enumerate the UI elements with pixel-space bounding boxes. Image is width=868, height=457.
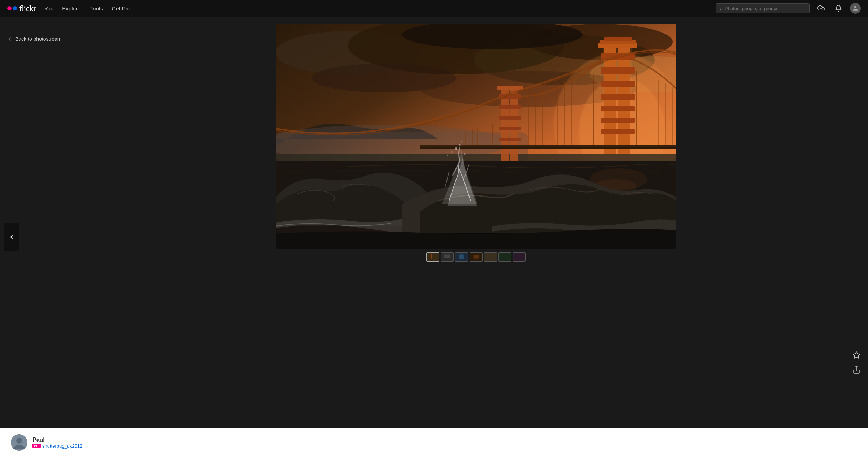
author-username-row: Pro shutterbug_uk2012 bbox=[32, 443, 82, 449]
svg-rect-68 bbox=[427, 253, 439, 261]
left-arrow-icon bbox=[8, 233, 15, 241]
svg-rect-33 bbox=[601, 129, 635, 134]
svg-rect-21 bbox=[499, 127, 521, 130]
back-to-photostream-link[interactable]: Back to photostream bbox=[7, 33, 61, 45]
favorite-button[interactable] bbox=[852, 351, 861, 359]
svg-point-64 bbox=[464, 153, 466, 155]
author-avatar[interactable] bbox=[11, 434, 27, 451]
svg-rect-69 bbox=[431, 254, 432, 259]
share-icon bbox=[852, 365, 861, 374]
star-icon bbox=[852, 351, 861, 359]
svg-point-66 bbox=[461, 141, 462, 142]
svg-point-65 bbox=[447, 155, 448, 156]
upload-button[interactable] bbox=[815, 3, 827, 14]
svg-point-1 bbox=[854, 6, 856, 8]
svg-rect-16 bbox=[501, 89, 509, 161]
dot-blue-icon bbox=[13, 6, 17, 10]
thumbnail-7[interactable] bbox=[513, 252, 526, 262]
thumbnail-1[interactable] bbox=[426, 252, 439, 262]
svg-point-61 bbox=[455, 147, 457, 150]
thumbnail-4[interactable] bbox=[470, 252, 483, 262]
svg-point-62 bbox=[459, 144, 461, 146]
svg-point-73 bbox=[459, 254, 464, 260]
svg-rect-78 bbox=[513, 253, 525, 261]
svg-rect-23 bbox=[497, 86, 523, 90]
svg-marker-79 bbox=[853, 352, 860, 358]
svg-rect-31 bbox=[601, 106, 635, 111]
nav-prints[interactable]: Prints bbox=[89, 5, 103, 12]
dot-pink-icon bbox=[7, 6, 12, 10]
svg-rect-19 bbox=[499, 105, 521, 109]
svg-rect-32 bbox=[601, 118, 635, 123]
flickr-dots-icon bbox=[7, 6, 17, 10]
svg-rect-22 bbox=[499, 138, 521, 141]
logo[interactable]: flickr bbox=[7, 4, 36, 13]
svg-rect-75 bbox=[473, 255, 479, 258]
thumbnail-2[interactable] bbox=[441, 252, 454, 262]
author-bar: Paul Pro shutterbug_uk2012 bbox=[0, 428, 868, 457]
svg-rect-76 bbox=[484, 253, 496, 261]
svg-point-82 bbox=[16, 438, 22, 444]
main-content: Back to photostream bbox=[0, 17, 868, 457]
svg-rect-71 bbox=[444, 255, 450, 258]
svg-rect-17 bbox=[510, 89, 518, 161]
thumbnail-6[interactable] bbox=[498, 252, 511, 262]
search-input[interactable] bbox=[725, 6, 806, 11]
nav-you[interactable]: You bbox=[44, 5, 53, 12]
navbar: flickr You Explore Prints Get Pro ⌕ bbox=[0, 0, 868, 17]
pro-badge: Pro bbox=[32, 444, 41, 448]
nav-getpro[interactable]: Get Pro bbox=[112, 5, 131, 12]
back-link-text: Back to photostream bbox=[15, 36, 61, 42]
back-arrow-icon bbox=[7, 36, 13, 42]
search-icon: ⌕ bbox=[720, 5, 723, 11]
svg-rect-29 bbox=[601, 81, 635, 87]
thumbnail-strip bbox=[426, 252, 526, 262]
photo-svg bbox=[276, 24, 676, 249]
svg-point-63 bbox=[451, 151, 453, 153]
svg-rect-20 bbox=[499, 116, 521, 120]
svg-rect-28 bbox=[601, 67, 635, 74]
thumbnail-3[interactable] bbox=[455, 252, 468, 262]
prev-photo-button[interactable] bbox=[4, 223, 19, 251]
nav-explore[interactable]: Explore bbox=[62, 5, 80, 12]
svg-rect-77 bbox=[499, 253, 511, 261]
thumbnail-5[interactable] bbox=[484, 252, 497, 262]
svg-rect-36 bbox=[604, 37, 632, 41]
share-button[interactable] bbox=[852, 365, 861, 374]
search-box[interactable]: ⌕ bbox=[716, 3, 810, 13]
author-username-text[interactable]: shutterbug_uk2012 bbox=[42, 443, 82, 449]
author-info: Paul Pro shutterbug_uk2012 bbox=[32, 437, 82, 449]
action-icons bbox=[852, 351, 861, 374]
author-avatar-img bbox=[11, 434, 27, 451]
notifications-button[interactable] bbox=[833, 3, 844, 14]
navbar-right: ⌕ bbox=[716, 3, 861, 14]
flickr-logo-text: flickr bbox=[19, 4, 36, 13]
user-avatar[interactable] bbox=[850, 3, 861, 14]
photo-container bbox=[84, 17, 868, 457]
author-name[interactable]: Paul bbox=[32, 437, 82, 443]
svg-rect-30 bbox=[601, 94, 635, 100]
main-photo bbox=[276, 24, 676, 249]
